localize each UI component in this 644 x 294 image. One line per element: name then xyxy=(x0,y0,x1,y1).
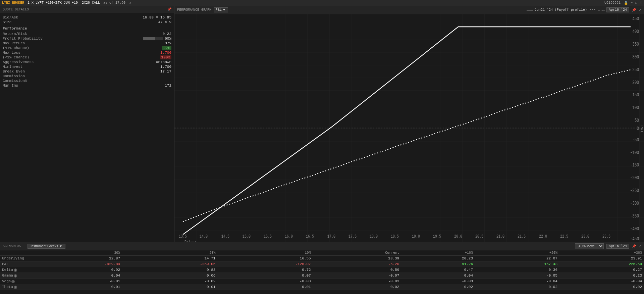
size-row: Size 47 × 9 xyxy=(3,20,171,24)
svg-text:15.0: 15.0 xyxy=(243,234,251,239)
commission-pct-row: Commission% xyxy=(3,79,171,83)
cell-vega-col3: -0.03 xyxy=(313,279,401,284)
break-even-value: 17.17 xyxy=(160,69,171,74)
col-header-label xyxy=(0,250,27,256)
info-icon[interactable]: i xyxy=(14,274,17,278)
bid-ask-label: Bid/Ask xyxy=(3,15,18,19)
svg-text:300: 300 xyxy=(632,54,639,60)
top-bar: LYNX BROKER 1 X LYFT +100XSTK JUN +19 -2… xyxy=(0,0,644,6)
refresh-icon[interactable]: ↺ xyxy=(129,1,131,5)
graph-pin-icon[interactable]: 📌 xyxy=(632,8,636,12)
size-label: Size xyxy=(3,20,11,24)
cell-gamma-col2: 0.07 xyxy=(217,273,313,279)
max-loss-label: Max Loss xyxy=(3,51,20,55)
max-return-chance-label: (41% chance) xyxy=(3,46,29,50)
pin-icon[interactable]: 📌 xyxy=(167,7,171,11)
svg-text:-100: -100 xyxy=(630,150,639,155)
cell-p&l-col0: -429.84 xyxy=(27,261,122,267)
svg-text:-150: -150 xyxy=(630,162,639,168)
max-loss-chance-label: (<1% chance) xyxy=(3,55,29,59)
scenarios-table: -30% -20% -10% Current +10% +20% +30% Un… xyxy=(0,250,644,290)
cell-p&l-col1: -269.05 xyxy=(122,261,217,267)
svg-text:17.0: 17.0 xyxy=(327,234,335,239)
svg-text:-350: -350 xyxy=(630,213,639,219)
minimize-icon[interactable]: − xyxy=(631,1,633,5)
left-panel: QUOTE DETAILS 📌 Bid/Ask 16.88 × 16.95 Si… xyxy=(0,6,174,242)
cell-delta-col3: 0.59 xyxy=(313,267,401,273)
svg-text:14.0: 14.0 xyxy=(200,234,208,239)
greeks-chevron-icon: ▼ xyxy=(59,244,62,248)
scenarios-date-badge: Apr16 '24 xyxy=(606,244,629,249)
svg-text:-250: -250 xyxy=(630,188,639,194)
graph-header-right: Jun21 '24 (Payoff profile) ••• Apr16 '24… xyxy=(527,7,641,12)
legend-dots-icon: ••• xyxy=(590,8,596,12)
scenarios-expand-icon[interactable]: ⤢ xyxy=(639,244,641,248)
row-label-theta: Thetai xyxy=(0,284,27,290)
max-loss-chance-value: 100% xyxy=(160,55,171,59)
return-risk-row: Return/Risk 0.22 xyxy=(3,32,171,36)
svg-text:Price:: Price: xyxy=(184,240,197,242)
close-icon[interactable]: × xyxy=(640,1,642,5)
move-dropdown[interactable]: 3.0% Move 5.0% Move 10.0% Move xyxy=(575,243,604,249)
cell-gamma-col1: 0.06 xyxy=(122,273,217,279)
cell-theta-col6: 0.02 xyxy=(559,284,644,290)
cell-gamma-col0: 0.04 xyxy=(27,273,122,279)
cell-theta-col3: 0.02 xyxy=(313,284,401,290)
cell-underlying-col6: 23.91 xyxy=(559,256,644,261)
profit-prob-value: 60% xyxy=(165,37,171,41)
profit-prob-bar-fill xyxy=(143,37,155,40)
cell-underlying-col3: 18.39 xyxy=(313,256,401,261)
scenarios-pin-icon[interactable]: 📌 xyxy=(632,244,636,248)
svg-text:21.0: 21.0 xyxy=(496,234,504,239)
aggressiveness-row: Aggressiveness Unknown xyxy=(3,60,171,64)
svg-text:19.0: 19.0 xyxy=(412,234,420,239)
max-return-row: Max Return 379 xyxy=(3,41,171,46)
info-icon[interactable]: i xyxy=(14,286,17,289)
maximize-icon[interactable]: □ xyxy=(635,1,637,5)
main-content: QUOTE DETAILS 📌 Bid/Ask 16.88 × 16.95 Si… xyxy=(0,6,644,242)
info-icon[interactable]: i xyxy=(11,280,15,283)
svg-text:15.5: 15.5 xyxy=(264,234,272,239)
max-loss-value: 1,700 xyxy=(160,51,171,55)
info-icon[interactable]: i xyxy=(14,268,17,272)
cell-p&l-col3: -6.20 xyxy=(313,261,401,267)
graph-expand-icon[interactable]: ⤢ xyxy=(639,8,641,12)
row-label-gamma: Gammai xyxy=(0,273,27,279)
svg-text:150: 150 xyxy=(632,92,639,98)
max-loss-row: Max Loss 1,700 xyxy=(3,50,171,55)
svg-text:22.0: 22.0 xyxy=(539,234,547,239)
cell-p&l-col4: 91.26 xyxy=(401,261,475,267)
col-header-current: Current xyxy=(313,250,401,256)
pnl-dropdown[interactable]: P&L ▼ xyxy=(214,7,228,12)
scenarios-title: SCENARIOS xyxy=(3,244,21,248)
cell-delta-col2: 0.72 xyxy=(217,267,313,273)
svg-text:20.5: 20.5 xyxy=(475,234,483,239)
cell-underlying-col2: 16.55 xyxy=(217,256,313,261)
svg-text:450: 450 xyxy=(632,16,639,22)
svg-text:-200: -200 xyxy=(630,175,639,181)
svg-text:23.5: 23.5 xyxy=(602,234,610,239)
size-value: 47 × 9 xyxy=(158,20,171,24)
max-return-label: Max Return xyxy=(3,41,25,45)
mgn-imp-label: Mgn Imp xyxy=(3,84,18,88)
instrument-greeks-button[interactable]: Instrument Greeks ▼ xyxy=(28,244,65,249)
svg-text:-400: -400 xyxy=(630,226,639,232)
cell-p&l-col2: -126.07 xyxy=(217,261,313,267)
commission-pct-label: Commission% xyxy=(3,79,27,83)
quote-details-body: Bid/Ask 16.88 × 16.95 Size 47 × 9 Perfor… xyxy=(0,13,174,242)
cell-gamma-col6: 0.23 xyxy=(559,273,644,279)
legend-solid-label: Jun21 '24 (Payoff profile) xyxy=(535,8,587,12)
legend-dotted: Apr16 '24 xyxy=(598,7,629,12)
svg-text:13.5: 13.5 xyxy=(179,234,187,239)
instrument-label: 1 X LYFT +100XSTK JUN +19 -2X20 CALL xyxy=(28,1,100,5)
svg-text:23.0: 23.0 xyxy=(581,234,589,239)
cell-vega-col5: -0.04 xyxy=(475,279,559,284)
cell-underlying-col5: 22.07 xyxy=(475,256,559,261)
mgn-imp-value: 172 xyxy=(165,84,171,88)
lock-icon[interactable]: 🔒 xyxy=(624,1,628,5)
profit-prob-bar-container: 60% xyxy=(143,37,171,41)
cell-delta-col6: 0.27 xyxy=(559,267,644,273)
aggressiveness-value: Unknown xyxy=(156,60,171,64)
col-header-neg20: -20% xyxy=(122,250,217,256)
svg-text:-50: -50 xyxy=(632,137,639,143)
